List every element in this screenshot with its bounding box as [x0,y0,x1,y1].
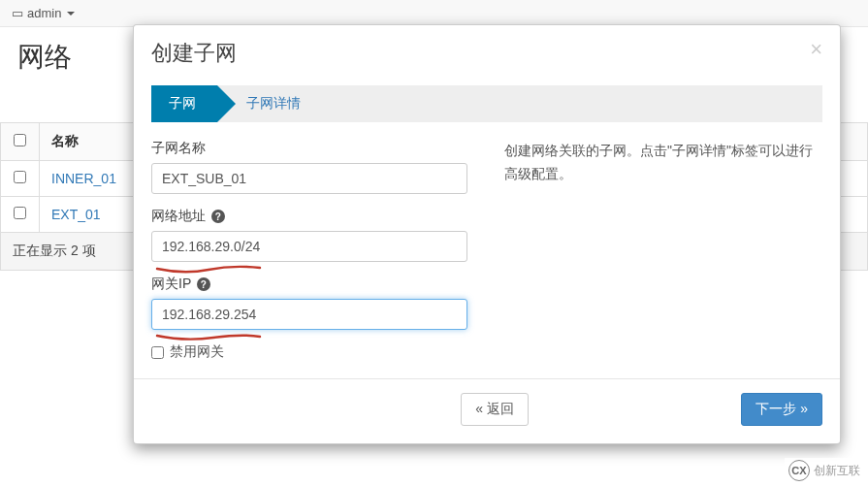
watermark-text: 创新互联 [814,463,860,479]
back-button[interactable]: « 返回 [461,393,529,426]
project-name[interactable]: admin [27,6,61,20]
close-icon[interactable]: × [810,39,822,60]
create-subnet-modal: 创建子网 × 子网 子网详情 子网名称 网络地址 ? [133,24,841,444]
gateway-input[interactable] [151,299,467,330]
modal-header: 创建子网 × [134,25,840,76]
project-icon: ▭ [12,6,23,20]
form-row: 子网名称 网络地址 ? 网关IP ? [151,140,822,361]
tab-subnet[interactable]: 子网 [151,85,217,122]
row-checkbox[interactable] [14,171,26,183]
table-header-checkbox[interactable] [1,123,40,161]
caret-down-icon[interactable] [67,12,75,16]
modal-footer: « 返回 下一步 » [134,379,840,443]
watermark: CX 创新互联 [785,458,864,483]
cidr-input[interactable] [151,231,467,262]
network-link[interactable]: EXT_01 [51,207,101,222]
field-gateway: 网关IP ? [151,276,481,330]
wizard-tabs: 子网 子网详情 [151,85,822,122]
modal-title: 创建子网 [151,39,237,68]
row-checkbox[interactable] [14,207,26,219]
field-subnet-name: 子网名称 [151,140,481,194]
cidr-label: 网络地址 ? [151,208,481,225]
watermark-logo-icon: CX [788,460,810,481]
disable-gateway-label: 禁用网关 [170,343,224,361]
help-icon[interactable]: ? [211,210,225,223]
network-link[interactable]: INNER_01 [51,171,116,186]
field-disable-gateway: 禁用网关 [151,343,481,361]
disable-gateway-checkbox[interactable] [151,346,164,359]
gateway-label: 网关IP ? [151,276,481,293]
next-button[interactable]: 下一步 » [741,393,822,426]
subnet-name-label: 子网名称 [151,140,481,157]
subnet-name-input[interactable] [151,163,467,194]
help-icon[interactable]: ? [197,277,210,291]
help-text: 创建网络关联的子网。点击"子网详情"标签可以进行高级配置。 [504,140,822,361]
cidr-label-text: 网络地址 [151,208,206,223]
topbar: ▭ admin [0,0,868,27]
select-all-checkbox[interactable] [14,134,26,146]
form-left-column: 子网名称 网络地址 ? 网关IP ? [151,140,481,361]
field-cidr: 网络地址 ? [151,208,481,262]
modal-body: 子网 子网详情 子网名称 网络地址 ? 网关IP [134,76,840,379]
gateway-label-text: 网关IP [151,276,191,291]
